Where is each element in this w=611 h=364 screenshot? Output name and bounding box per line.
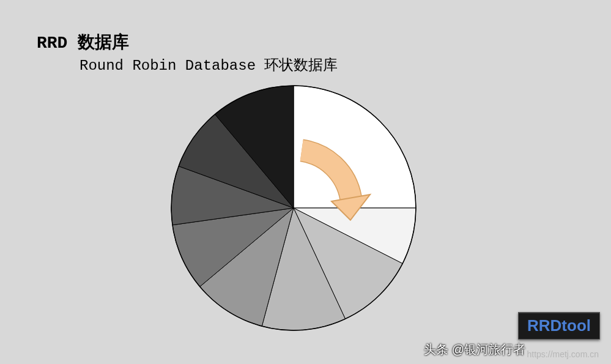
- rrd-pie-diagram: [165, 80, 422, 336]
- watermark-text: https://metj.com.cn: [527, 349, 599, 359]
- rrdtool-badge: RRDtool: [518, 312, 600, 340]
- page-title: RRD 数据库: [37, 31, 129, 54]
- pie-chart-svg: [165, 80, 422, 336]
- credit-text: 头条 @银河旅行者: [424, 341, 525, 358]
- page-subtitle: Round Robin Database 环状数据库: [80, 55, 338, 75]
